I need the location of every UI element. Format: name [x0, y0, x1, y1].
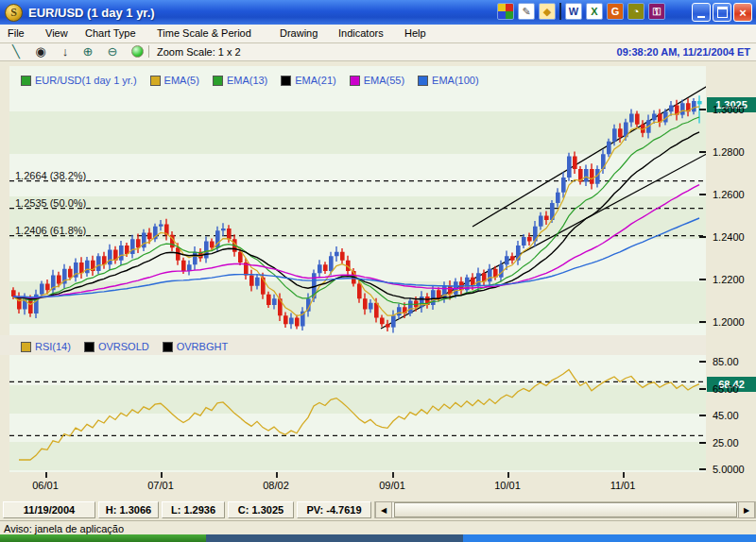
candle[interactable]	[697, 101, 702, 104]
candle[interactable]	[397, 307, 402, 315]
candle[interactable]	[335, 252, 339, 257]
candle[interactable]	[431, 290, 436, 305]
candle[interactable]	[527, 237, 532, 242]
trendline-tool-icon[interactable]: ╲	[8, 44, 25, 59]
legend-ema5[interactable]: EMA(5)	[150, 75, 199, 86]
menu-help[interactable]: Help	[404, 27, 426, 39]
menu-file[interactable]: File	[8, 27, 25, 39]
point-tool-icon[interactable]: ◉	[32, 44, 49, 59]
calendar-icon[interactable]: G	[607, 3, 624, 20]
candle[interactable]	[561, 178, 566, 193]
zoom-out-icon[interactable]: ⊖	[104, 44, 121, 59]
clock-icon[interactable]: ◔	[627, 3, 644, 20]
menu-view[interactable]: View	[45, 27, 68, 39]
candle[interactable]	[295, 318, 300, 327]
title-bar[interactable]: S EUR/USD (1 day 1 yr.) ✎ ◆ W X G ◔ ⚿ ×	[0, 0, 756, 25]
legend-ema13[interactable]: EMA(13)	[213, 75, 267, 86]
candle[interactable]	[318, 264, 322, 273]
candle[interactable]	[130, 239, 135, 254]
candle[interactable]	[386, 324, 390, 327]
candle[interactable]	[607, 142, 611, 155]
candle[interactable]	[601, 154, 606, 169]
candle[interactable]	[227, 229, 232, 239]
menu-indicators[interactable]: Indicators	[338, 27, 384, 39]
candle[interactable]	[556, 193, 560, 203]
candle[interactable]	[272, 298, 277, 305]
legend-ovrsold[interactable]: OVRSOLD	[84, 341, 149, 352]
candle[interactable]	[238, 252, 243, 263]
taskbar-start-sliver[interactable]	[0, 534, 206, 542]
candle[interactable]	[522, 237, 526, 246]
candle[interactable]	[181, 261, 186, 271]
candle[interactable]	[539, 216, 543, 227]
candle[interactable]	[573, 157, 577, 170]
candle[interactable]	[357, 284, 362, 299]
candle[interactable]	[612, 128, 617, 142]
candle[interactable]	[45, 284, 50, 291]
candle[interactable]	[635, 114, 640, 125]
legend-eurusd[interactable]: EUR/USD(1 day 1 yr.)	[21, 75, 137, 86]
candle[interactable]	[40, 284, 44, 295]
candle[interactable]	[391, 315, 396, 327]
folder-open-icon[interactable]: ◆	[539, 3, 556, 20]
taskbar-window-sliver[interactable]	[206, 534, 463, 542]
color-grid-icon[interactable]	[497, 3, 514, 20]
candle[interactable]	[96, 256, 101, 271]
candle[interactable]	[136, 239, 141, 247]
candle[interactable]	[204, 242, 209, 259]
candle[interactable]	[249, 276, 254, 286]
candle[interactable]	[369, 303, 373, 310]
legend-ema21[interactable]: EMA(21)	[281, 75, 335, 86]
candle[interactable]	[266, 295, 271, 305]
scroll-left-arrow[interactable]: ◀	[375, 501, 392, 518]
word-icon[interactable]: W	[565, 3, 582, 20]
candle[interactable]	[510, 256, 515, 261]
candle[interactable]	[680, 103, 685, 114]
candle[interactable]	[289, 318, 294, 325]
candle[interactable]	[11, 290, 16, 296]
candle[interactable]	[692, 101, 696, 111]
candle[interactable]	[669, 106, 674, 112]
restore-button[interactable]	[713, 3, 731, 22]
legend-ema55[interactable]: EMA(55)	[350, 75, 404, 86]
candle[interactable]	[380, 318, 385, 325]
arrow-tool-icon[interactable]: ↓	[57, 44, 74, 59]
candle[interactable]	[68, 269, 73, 278]
legend-rsi14[interactable]: RSI(14)	[21, 341, 71, 352]
candle[interactable]	[57, 276, 61, 284]
candle[interactable]	[108, 250, 112, 265]
candle[interactable]	[159, 225, 163, 227]
candle[interactable]	[618, 128, 623, 137]
candle[interactable]	[119, 246, 124, 261]
candle[interactable]	[340, 252, 345, 261]
candle[interactable]	[329, 256, 334, 271]
candle[interactable]	[629, 114, 634, 123]
candle[interactable]	[363, 298, 368, 309]
minimize-button[interactable]	[692, 3, 711, 22]
candle[interactable]	[221, 229, 226, 230]
candle[interactable]	[567, 157, 572, 178]
candle[interactable]	[210, 242, 215, 248]
menu-time-scale[interactable]: Time Scale & Period	[157, 27, 251, 39]
candle[interactable]	[488, 269, 492, 282]
legend-ovrbght[interactable]: OVRBGHT	[163, 341, 228, 352]
candle[interactable]	[323, 264, 328, 271]
candle[interactable]	[147, 233, 152, 240]
candle[interactable]	[590, 169, 594, 184]
candle[interactable]	[584, 169, 589, 182]
candle[interactable]	[85, 261, 90, 274]
zoom-in-icon[interactable]: ⊕	[79, 44, 96, 59]
menu-chart-type[interactable]: Chart Type	[85, 27, 136, 39]
taskbar-sliver[interactable]	[463, 534, 756, 542]
candle[interactable]	[408, 301, 413, 314]
candle[interactable]	[255, 278, 260, 286]
candle[interactable]	[284, 315, 288, 324]
menu-drawing[interactable]: Drawing	[280, 27, 318, 39]
scrollbar-thumb[interactable]	[394, 502, 737, 517]
candle[interactable]	[544, 216, 549, 221]
notepad-icon[interactable]: ✎	[518, 3, 535, 20]
key-icon[interactable]: ⚿	[648, 3, 665, 20]
candle[interactable]	[476, 273, 481, 286]
close-button[interactable]: ×	[733, 3, 752, 22]
scroll-right-arrow[interactable]: ▶	[738, 501, 755, 518]
